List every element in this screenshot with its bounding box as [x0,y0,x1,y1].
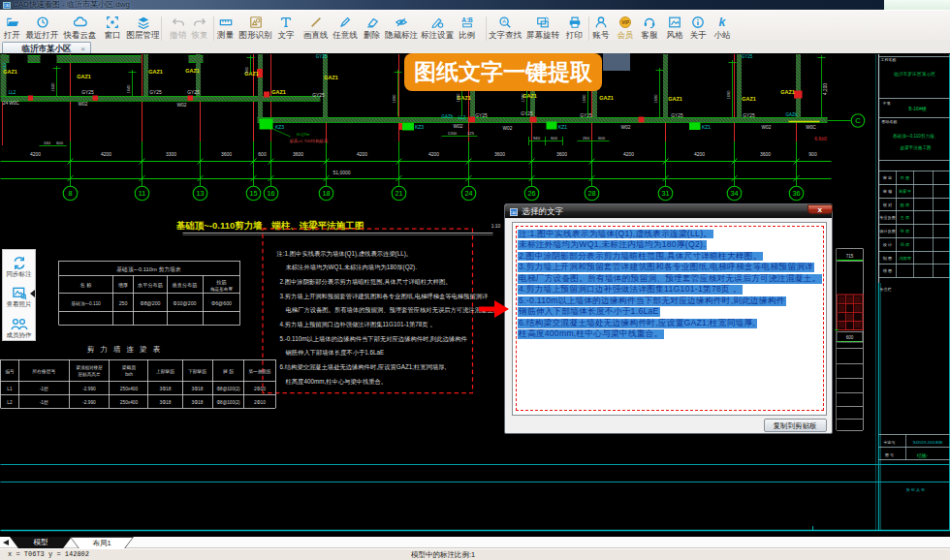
svg-text:王 磊: 王 磊 [901,215,910,220]
svg-text:梁顶相对楼层: 梁顶相对楼层 [76,364,103,370]
svg-text:1690: 1690 [582,94,586,104]
svg-text:基础顶~-0.110m 剪力墙表: 基础顶~-0.110m 剪力墙表 [116,266,181,273]
svg-text:2Φ10: 2Φ10 [254,387,266,391]
svg-text:600: 600 [846,335,854,340]
svg-text:墙厚: 墙厚 [118,282,128,289]
svg-text:GY25: GY25 [580,113,592,118]
svg-text:1780: 1780 [521,93,525,103]
svg-text:600: 600 [551,136,558,140]
svg-text:600: 600 [56,140,64,145]
svg-text:基础顶~-0.110: 基础顶~-0.110 [71,301,101,306]
svg-text:8: 8 [69,189,73,198]
svg-text:51,0000: 51,0000 [332,170,350,175]
svg-text:编号: 编号 [5,369,15,374]
svg-text:4200: 4200 [694,151,705,157]
svg-text:KZ3: KZ3 [275,124,284,130]
svg-text:W02: W02 [762,125,772,130]
svg-text:备注栏: 备注栏 [880,287,892,292]
svg-text:GY25: GY25 [475,113,488,118]
svg-text:箍 筋: 箍 筋 [223,369,234,375]
svg-text:GAZ1: GAZ1 [3,69,17,75]
svg-text:3Φ18: 3Φ18 [192,387,204,391]
svg-text:第 张 共 张: 第 张 共 张 [906,487,925,492]
svg-text:4,200: 4,200 [823,83,828,95]
svg-text:3Φ18: 3Φ18 [192,400,204,405]
svg-text:4.剪力墙上预留洞口边补强做法详图集11G101-1第78页: 4.剪力墙上预留洞口边补强做法详图集11G101-1第78页 。 [280,321,436,328]
svg-text:1640: 1640 [456,93,460,103]
svg-text:梅花形布置: 梅花形布置 [210,287,233,293]
svg-text:审定号: 审定号 [884,440,896,445]
svg-text:Φ8@200: Φ8@200 [141,300,161,306]
svg-text:600: 600 [598,136,606,140]
svg-text:名 称: 名 称 [79,282,93,289]
svg-text:bxh: bxh [125,372,133,377]
svg-text:L2: L2 [7,400,13,405]
svg-text:未标注外墙均为WQ1,未标注内墙均为180厚(Q2).: 未标注外墙均为WQ1,未标注内墙均为180厚(Q2). [286,264,418,271]
svg-text:24: 24 [465,189,473,198]
svg-text:18: 18 [323,189,331,198]
svg-text:上部纵筋: 上部纵筋 [156,368,174,375]
svg-text:1690: 1690 [653,94,658,104]
svg-text:标高±1.700结构标高: 标高±1.700结构标高 [290,139,329,144]
svg-text:2Φ10: 2Φ10 [254,400,266,405]
svg-text:1200: 1200 [448,131,458,136]
svg-text:W0C: W0C [9,101,19,106]
svg-text:3600: 3600 [494,151,505,157]
svg-text:1640: 1640 [126,84,131,94]
svg-text:6.6±0: 6.6±0 [814,136,827,141]
svg-text:-1层: -1层 [40,387,48,391]
svg-text:6.结构梁交混凝土墙处无边缘构件时,应设置GAZ1;柱宽同墙: 6.结构梁交混凝土墙处无边缘构件时,应设置GAZ1;柱宽同墙厚, [280,363,447,371]
svg-text:3600: 3600 [760,151,771,157]
svg-text:5.-0.110m以上墙体的边缘构件当下部无对应边缘构件时,: 5.-0.110m以上墙体的边缘构件当下部无对应边缘构件时,则此边缘构件 [280,335,468,343]
svg-text:专业负责: 专业负责 [879,215,897,220]
svg-text:-1层: -1层 [40,400,48,405]
svg-text:审 核: 审 核 [883,189,893,194]
svg-text:LL2: LL2 [9,90,16,95]
svg-text:梁截面: 梁截面 [122,364,137,370]
svg-text:GAZ1: GAZ1 [77,74,91,79]
svg-text:制 图: 制 图 [883,256,893,261]
svg-text:冯国琴: 冯国琴 [899,256,912,261]
svg-text:3300: 3300 [166,151,176,157]
svg-text:KZ1: KZ1 [702,124,711,130]
svg-text:13: 13 [197,189,205,198]
svg-text:钢筋伸入下部墙体长度不小于1.6LaE: 钢筋伸入下部墙体长度不小于1.6LaE [285,349,385,357]
svg-text:描 图: 描 图 [883,268,893,273]
svg-text:600: 600 [258,151,267,157]
svg-text:2.图中涂阴影部分表示剪力墙暗柱范围,具体尺寸详暗柱大样图。: 2.图中涂阴影部分表示剪力墙暗柱范围,具体尺寸详暗柱大样图。 [280,278,452,286]
svg-text:4200: 4200 [623,151,634,157]
svg-text:1690: 1690 [392,94,396,104]
svg-text:1:10: 1:10 [491,223,501,229]
svg-text:图 号: 图 号 [885,452,894,457]
svg-text:基础顶~-0.110剪力墙、: 基础顶~-0.110剪力墙、 [893,134,939,140]
svg-text:所在楼层号: 所在楼层号 [32,369,55,374]
svg-text:W02: W02 [177,103,187,108]
svg-text:层标高高差: 层标高高差 [79,372,101,378]
svg-text:基础顶~-0.110剪力墙、端柱、连梁平法施工图: 基础顶~-0.110剪力墙、端柱、连梁平法施工图 [176,220,364,231]
svg-text:4200: 4200 [428,151,439,157]
svg-text:GAZ1: GAZ1 [599,95,614,101]
svg-text:图纸名称: 图纸名称 [882,119,898,124]
svg-text:设 计: 设 计 [883,242,893,247]
svg-text:4200: 4200 [357,151,367,157]
svg-text:21: 21 [396,189,403,198]
svg-text:3Φ18: 3Φ18 [160,387,172,391]
svg-text:G.Q7m: G.Q7m [297,132,310,137]
svg-text:28: 28 [588,189,596,198]
svg-text:W02: W02 [79,102,88,107]
svg-text:3600: 3600 [556,151,567,157]
svg-text:GY25: GY25 [316,54,328,59]
svg-text:L1: L1 [7,387,13,391]
svg-text:GY25: GY25 [312,93,325,98]
svg-text:4200: 4200 [101,151,111,157]
svg-text:Φ8@100(2): Φ8@100(2) [216,400,240,405]
svg-text:250: 250 [119,300,128,306]
svg-text:倪 磊: 倪 磊 [901,242,910,247]
svg-text:k: k [719,16,727,29]
svg-text:GAZ1: GAZ1 [271,89,286,95]
svg-text:连梁平法施工图: 连梁平法施工图 [900,144,931,151]
svg-text:SJ2019-JG3-B36: SJ2019-JG3-B36 [913,440,943,445]
svg-text:结施-: 结施- [917,452,929,458]
svg-text:陈 磊: 陈 磊 [901,202,910,208]
svg-text:工程名称: 工程名称 [881,57,897,62]
